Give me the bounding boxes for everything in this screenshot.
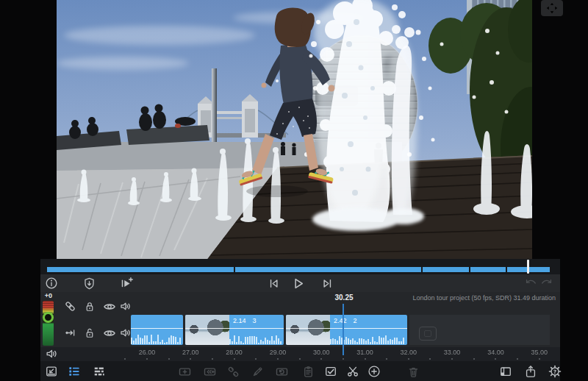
ruler-label: 34.00 <box>473 349 517 356</box>
ruler-label: 32.00 <box>387 349 431 356</box>
master-audio-button[interactable] <box>42 345 61 363</box>
insert-play-plus-icon <box>118 275 135 291</box>
end-of-timeline-marker <box>419 327 437 341</box>
clip-thumbnail <box>286 315 330 345</box>
link-icon <box>63 299 77 313</box>
unlink-button[interactable] <box>223 363 243 380</box>
redo-icon <box>539 276 554 291</box>
scrubber-segment <box>47 267 234 272</box>
track1-lock-button[interactable] <box>81 298 98 315</box>
ruler-tick <box>299 358 301 360</box>
expand-arrows-icon <box>545 1 559 15</box>
timeline-clip[interactable] <box>131 315 183 345</box>
clipboard-button[interactable] <box>298 363 318 380</box>
replace-clip-icon <box>274 364 290 380</box>
edit-pencil-button[interactable] <box>248 363 267 380</box>
speaker-icon <box>118 326 132 340</box>
timeline-view-button[interactable] <box>65 363 84 380</box>
playhead-timecode: 30.25 <box>328 293 360 302</box>
clip-volume-line[interactable] <box>185 328 284 329</box>
fullscreen-expand-button[interactable] <box>541 0 563 16</box>
scrubber-playhead[interactable] <box>527 260 529 274</box>
timeline-ruler[interactable]: 26.0027.0028.0029.0030.0031.0032.0033.00… <box>40 347 560 361</box>
overwrite-clip-icon <box>202 364 218 380</box>
svg-text:?: ? <box>553 368 556 375</box>
ruler-tick <box>124 358 126 360</box>
ruler-tick <box>365 358 366 360</box>
checkbox-check-icon <box>323 364 338 379</box>
media-library-button[interactable] <box>42 363 61 380</box>
audio-waveform <box>330 333 406 344</box>
unlink-icon <box>226 365 240 379</box>
preview-scrubber[interactable] <box>40 259 560 274</box>
lock-closed-icon <box>83 300 96 313</box>
timeline-clip[interactable]: 2.422 <box>286 315 407 345</box>
track1-audio-button[interactable] <box>116 298 134 315</box>
scrubber-segment <box>423 267 469 272</box>
ruler-tick <box>146 358 148 360</box>
split-clip-button[interactable] <box>343 363 362 380</box>
monitor-layout-button[interactable] <box>496 363 515 380</box>
skip-back-button[interactable] <box>264 274 283 292</box>
track2-lock-button[interactable] <box>81 324 98 341</box>
storyboard-view-button[interactable] <box>90 363 109 380</box>
lock-open-icon <box>83 327 96 340</box>
ruler-tick <box>320 358 322 360</box>
shield-download-icon <box>82 277 96 291</box>
select-check-button[interactable] <box>321 363 340 380</box>
gear-question-icon: ? <box>548 364 562 379</box>
blocks-view-icon <box>92 364 107 379</box>
video-preview <box>57 0 532 259</box>
insert-clip-button[interactable] <box>175 363 194 380</box>
skip-forward-icon <box>320 276 335 291</box>
clip-label: 2.143 <box>233 317 257 324</box>
redo-button[interactable] <box>537 274 556 292</box>
ruler-tick <box>539 358 540 360</box>
add-to-timeline-button[interactable] <box>117 274 136 292</box>
add-clip-button[interactable] <box>365 363 384 380</box>
timeline-playhead[interactable] <box>343 304 344 355</box>
skip-forward-button[interactable] <box>318 274 337 292</box>
audio-level-meter[interactable] <box>43 301 54 346</box>
settings-help-button[interactable]: ? <box>545 363 564 380</box>
preview-frame-image <box>57 0 532 259</box>
shield-download-button[interactable] <box>79 274 98 292</box>
timeline-panel: 30.25 London tour project (50 fps, SDR) … <box>40 292 560 347</box>
replace-clip-button[interactable] <box>272 363 291 380</box>
ruler-tick <box>408 358 409 360</box>
share-export-button[interactable] <box>521 363 540 380</box>
ruler-tick <box>473 358 475 360</box>
clip-volume-line[interactable] <box>286 328 407 329</box>
clip-info-button[interactable] <box>42 274 61 292</box>
audio-waveform <box>131 333 182 344</box>
ruler-tick <box>190 358 191 360</box>
scissors-icon <box>345 364 360 379</box>
ruler-tick <box>429 358 431 360</box>
delete-clip-button[interactable] <box>404 363 423 380</box>
trash-icon <box>406 365 420 379</box>
clip-volume-line[interactable] <box>131 328 183 329</box>
insert-clip-icon <box>177 364 193 380</box>
ruler-tick <box>234 358 235 360</box>
share-icon <box>523 364 538 379</box>
ruler-tick <box>343 358 344 360</box>
audio-waveform <box>229 333 282 344</box>
info-icon <box>44 276 59 291</box>
audio-meter-knob[interactable] <box>43 312 54 323</box>
track2-magnetic-button[interactable] <box>61 324 79 341</box>
project-info-label: London tour project (50 fps, SDR) 31.49 … <box>412 294 556 302</box>
timeline-clip[interactable]: 2.143 <box>185 315 284 345</box>
clipboard-icon <box>301 365 315 379</box>
track1-link-button[interactable] <box>61 298 79 315</box>
eye-icon <box>102 326 117 341</box>
play-button[interactable] <box>288 274 307 292</box>
clip-thumbnail <box>185 315 229 345</box>
ruler-label: 35.00 <box>517 349 562 356</box>
ruler-label: 31.00 <box>343 349 387 356</box>
ruler-tick <box>386 358 387 360</box>
bottom-toolbar: ? <box>40 361 560 381</box>
ruler-label: 28.00 <box>212 349 257 356</box>
speaker-icon <box>118 299 132 313</box>
overwrite-clip-button[interactable] <box>200 363 219 380</box>
ruler-label: 26.00 <box>125 349 169 356</box>
